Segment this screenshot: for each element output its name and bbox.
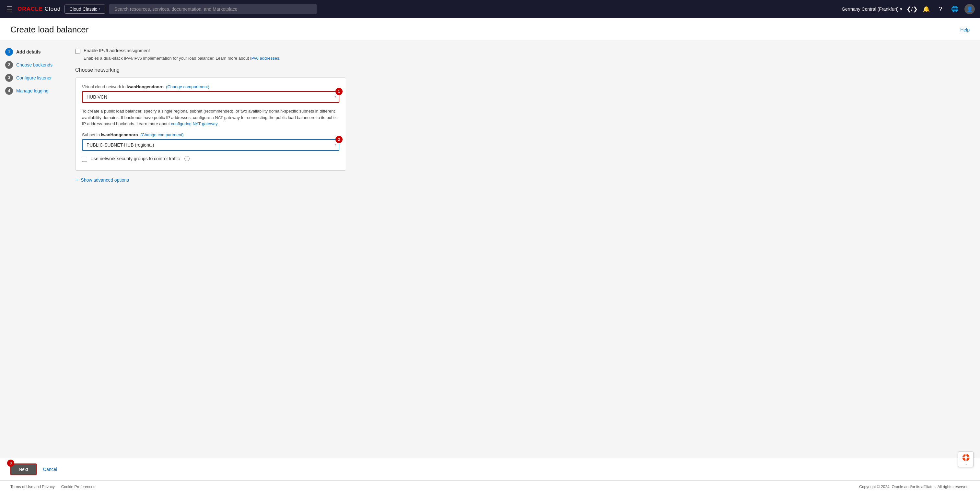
footer-links: Terms of Use and Privacy Cookie Preferen… [10, 485, 95, 489]
cancel-button[interactable]: Cancel [42, 464, 59, 474]
step-1-circle: 1 [5, 48, 13, 56]
main-wrapper: Create load balancer Help 1 Add details … [0, 18, 980, 493]
content-area: 1 Add details 2 Choose backends 3 Config… [0, 40, 980, 458]
vcn-field-group: Virtual cloud network in IwanHoogendoorn… [82, 85, 339, 103]
search-input[interactable] [109, 4, 317, 14]
topnav-right: Germany Central (Frankfurt) ▾ ❮/❯ 🔔 ? 🌐 … [842, 4, 975, 14]
vcn-select-container: HUB-VCN ↕ [82, 91, 339, 103]
ipv6-section: Enable IPv6 address assignment Enables a… [75, 48, 346, 61]
step-2-circle: 2 [5, 61, 13, 69]
nsg-checkbox-label[interactable]: Use network security groups to control t… [91, 156, 180, 161]
help-float-button[interactable]: 🛟 ∷ [958, 452, 974, 467]
sidebar-label-add-details: Add details [16, 49, 40, 54]
vcn-select-wrapper: HUB-VCN ↕ 1 [82, 91, 339, 103]
ipv6-checkbox-row: Enable IPv6 address assignment [75, 48, 346, 54]
cookie-link[interactable]: Cookie Preferences [61, 485, 95, 489]
subnet-field-group: Subnet in IwanHoogendoorn (Change compar… [82, 132, 339, 151]
main-content: Enable IPv6 address assignment Enables a… [65, 40, 356, 458]
nsg-info-icon[interactable]: i [185, 156, 189, 161]
sidebar-item-add-details[interactable]: 1 Add details [5, 48, 60, 56]
subnet-select[interactable]: PUBLIC-SUBNET-HUB (regional) [82, 139, 339, 151]
sidebar-item-manage-logging[interactable]: 4 Manage logging [5, 87, 60, 95]
vcn-select[interactable]: HUB-VCN [82, 91, 339, 103]
chevron-right-icon: › [99, 7, 100, 11]
page-title: Create load balancer [10, 25, 89, 35]
sidebar-label-configure-listener: Configure listener [16, 75, 52, 80]
nsg-checkbox[interactable] [82, 157, 87, 162]
show-advanced-options-link[interactable]: ≡ Show advanced options [75, 177, 346, 183]
ipv6-checkbox-label[interactable]: Enable IPv6 address assignment [84, 48, 150, 53]
subnet-info-text: To create a public load balancer, specif… [82, 108, 339, 127]
next-btn-wrapper: Next 3 [10, 463, 37, 475]
next-button[interactable]: Next [10, 463, 37, 475]
subnet-select-container: PUBLIC-SUBNET-HUB (regional) ↕ [82, 139, 339, 151]
help-link[interactable]: Help [960, 27, 970, 32]
ipv6-checkbox[interactable] [75, 49, 80, 54]
region-selector[interactable]: Germany Central (Frankfurt) ▾ [842, 6, 902, 12]
footer: Terms of Use and Privacy Cookie Preferen… [0, 480, 980, 493]
oracle-logo: ORACLE Cloud [18, 6, 60, 12]
step-4-circle: 4 [5, 87, 13, 95]
networking-card: Virtual cloud network in IwanHoogendoorn… [75, 78, 346, 171]
copyright-text: Copyright © 2024, Oracle and/or its affi… [859, 485, 970, 489]
sidebar-label-manage-logging: Manage logging [16, 88, 49, 93]
next-badge: 3 [7, 459, 14, 467]
top-navigation: ☰ ORACLE Cloud Cloud Classic › Germany C… [0, 0, 980, 18]
subnet-change-compartment-link[interactable]: (Change compartment) [140, 132, 184, 137]
advanced-options-icon: ≡ [75, 177, 78, 183]
networking-section: Choose networking Virtual cloud network … [75, 67, 346, 171]
hamburger-menu[interactable]: ☰ [5, 4, 14, 14]
vcn-badge: 1 [336, 88, 342, 95]
cloud-text: Cloud [45, 6, 60, 12]
bell-icon[interactable]: 🔔 [922, 5, 931, 14]
ipv6-help-text: Enables a dual-stack IPv4/IPv6 implement… [84, 56, 346, 61]
code-icon[interactable]: ❮/❯ [907, 5, 916, 14]
help-icon[interactable]: ? [936, 5, 945, 14]
sidebar-item-choose-backends[interactable]: 2 Choose backends [5, 61, 60, 69]
bottom-bar: Next 3 Cancel [0, 458, 980, 480]
subnet-field-label: Subnet in IwanHoogendoorn (Change compar… [82, 132, 339, 137]
cloud-classic-label: Cloud Classic [69, 6, 97, 12]
sidebar: 1 Add details 2 Choose backends 3 Config… [0, 40, 65, 458]
globe-icon[interactable]: 🌐 [950, 5, 959, 14]
avatar[interactable]: 👤 [964, 4, 975, 14]
vcn-change-compartment-link[interactable]: (Change compartment) [166, 85, 209, 89]
nat-gateway-link[interactable]: configuring NAT gateway [171, 121, 217, 126]
subnet-badge: 2 [336, 136, 342, 143]
nsg-checkbox-row: Use network security groups to control t… [82, 156, 339, 162]
vcn-field-label: Virtual cloud network in IwanHoogendoorn… [82, 85, 339, 89]
oracle-text: ORACLE [18, 6, 43, 12]
terms-link[interactable]: Terms of Use and Privacy [10, 485, 55, 489]
help-float-label: ∷ [965, 462, 967, 466]
subnet-select-wrapper: PUBLIC-SUBNET-HUB (regional) ↕ 2 [82, 139, 339, 151]
sidebar-item-configure-listener[interactable]: 3 Configure listener [5, 74, 60, 82]
step-3-circle: 3 [5, 74, 13, 82]
region-label: Germany Central (Frankfurt) [842, 6, 899, 12]
chevron-down-icon: ▾ [900, 6, 902, 12]
show-advanced-options-label: Show advanced options [81, 177, 129, 183]
ipv6-link[interactable]: IPv6 addresses [250, 56, 279, 61]
page-header: Create load balancer Help [0, 18, 980, 40]
help-float-icon: 🛟 [962, 453, 970, 461]
choose-networking-title: Choose networking [75, 67, 346, 73]
cloud-classic-button[interactable]: Cloud Classic › [65, 5, 105, 14]
sidebar-label-choose-backends: Choose backends [16, 62, 52, 67]
